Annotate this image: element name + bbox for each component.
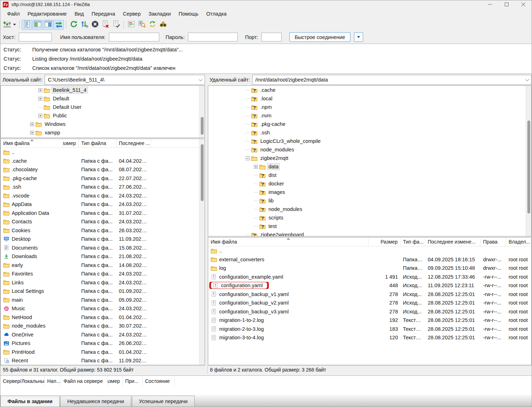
column-header[interactable]: Права: [481, 238, 506, 246]
tree-item[interactable]: Windows: [1, 120, 205, 128]
queue-column-header[interactable]: Нап...: [45, 376, 61, 386]
file-row[interactable]: Application DataПапка с фа...31.07.2025 …: [1, 209, 205, 218]
tree-item[interactable]: data: [208, 162, 531, 171]
column-header[interactable]: Имя файла: [1, 139, 63, 147]
sync-browsing-button[interactable]: [147, 20, 157, 30]
menu-item[interactable]: Передача: [88, 10, 119, 18]
column-header[interactable]: Последнее измене...: [425, 238, 481, 246]
file-row[interactable]: !configuration_backup_v1.yaml278Исход...…: [208, 290, 531, 299]
file-row[interactable]: DocumentsПапка с фа...15.08.2025 ...: [1, 244, 205, 252]
chevron-down-icon[interactable]: [526, 78, 529, 81]
file-row[interactable]: Local SettingsПапка с фа...01.09.2025 ..…: [1, 287, 205, 296]
toggle-message-log-button[interactable]: [22, 20, 32, 30]
menu-item[interactable]: Редактирование: [24, 10, 71, 18]
file-row[interactable]: .chocolateyПапка с фа...08.07.2025 ...: [1, 165, 205, 174]
expand-plus-icon[interactable]: [38, 88, 42, 92]
toggle-remote-tree-button[interactable]: [43, 20, 53, 30]
expand-plus-icon[interactable]: [38, 97, 42, 101]
tree-item[interactable]: Default User: [1, 103, 205, 111]
quickconnect-dropdown-button[interactable]: [354, 32, 363, 42]
disconnect-button[interactable]: [100, 20, 111, 30]
expand-plus-icon[interactable]: [254, 165, 258, 169]
tree-item[interactable]: ?.pkg-cache: [208, 120, 531, 128]
tree-item[interactable]: ?scripts: [208, 213, 531, 222]
file-row[interactable]: .vscodeПапка с фа...24.03.2025 ...: [1, 191, 205, 200]
find-files-button[interactable]: [158, 20, 168, 30]
queue-column-header[interactable]: Файл на сервере: [61, 376, 108, 386]
queue-tab[interactable]: Файлы в задании: [0, 396, 60, 407]
close-button[interactable]: [515, 0, 532, 9]
minimize-button[interactable]: [482, 0, 498, 9]
queue-column-header[interactable]: При...: [123, 376, 143, 386]
expand-plus-icon[interactable]: [38, 114, 42, 118]
file-row[interactable]: migration-3-to-4.log120Тексто...28.08.20…: [208, 333, 531, 342]
queue-tab[interactable]: Неудавшиеся передачи: [60, 396, 131, 407]
file-row[interactable]: DownloadsПапка с фа...21.08.2025 ...: [1, 252, 205, 261]
tree-item[interactable]: ?node_modules: [208, 145, 531, 154]
file-row[interactable]: !configuration_example.yaml1 491Исход...…: [208, 273, 531, 281]
refresh-button[interactable]: [68, 20, 79, 30]
queue-tab[interactable]: Успешные передачи: [132, 396, 195, 407]
file-row[interactable]: ..: [208, 246, 531, 255]
file-row[interactable]: DesktopПапка с фа...11.09.2025 ...: [1, 235, 205, 244]
file-row[interactable]: !configuration.yaml448Исход...11.09.2025…: [208, 281, 531, 290]
file-row[interactable]: ContactsПапка с фа...24.03.2025 ...: [1, 217, 205, 226]
tree-item[interactable]: ?test: [208, 222, 531, 230]
tree-item[interactable]: ?.ssh: [208, 128, 531, 137]
file-row[interactable]: logПапка ...09.09.2025 15:10:48drwxr-...…: [208, 264, 531, 273]
column-header[interactable]: Тип файла: [79, 139, 116, 147]
compare-button[interactable]: [137, 20, 147, 30]
tree-item[interactable]: ?node_modules: [208, 205, 531, 213]
dropdown-arrow-icon[interactable]: [13, 24, 16, 26]
file-row[interactable]: mainПапка с фа...05.09.2025 ...: [1, 296, 205, 305]
file-row[interactable]: .pkg-cacheПапка с фа...22.07.2025 ...: [1, 174, 205, 183]
menu-item[interactable]: Отладка: [203, 10, 231, 18]
remote-path-combobox[interactable]: /mnt/data/root/zigbee2mqtt/data: [252, 75, 532, 85]
menu-item[interactable]: Вид: [71, 10, 88, 18]
file-row[interactable]: !configuration_backup_v3.yaml278Исход...…: [208, 307, 531, 316]
maximize-button[interactable]: [498, 0, 515, 9]
file-row[interactable]: FavoritesПапка с фа...24.03.2025 ...: [1, 269, 205, 278]
menu-item[interactable]: Закладки: [145, 10, 175, 18]
tree-item[interactable]: Public: [1, 111, 205, 120]
menu-item[interactable]: Сервер: [119, 10, 144, 18]
expand-plus-icon[interactable]: [30, 122, 34, 126]
file-row[interactable]: LinksПапка с фа...24.03.2025 ...: [1, 278, 205, 287]
tree-item[interactable]: ?docker: [208, 179, 531, 188]
filter-button[interactable]: [126, 20, 136, 30]
file-row[interactable]: .cacheПапка с фа...04.04.2025 ...: [1, 157, 205, 166]
queue-column-header[interactable]: Сервер/Локальны...: [0, 376, 45, 386]
tree-item[interactable]: ?.nvm: [208, 111, 531, 120]
file-row[interactable]: .sshПапка с фа...27.06.2025 ...: [1, 183, 205, 191]
tree-item[interactable]: zigbee2mqtt: [208, 154, 531, 162]
file-row[interactable]: CookiesПапка с фа...26.03.2025 ...: [1, 226, 205, 235]
expand-plus-icon[interactable]: [30, 131, 34, 135]
column-header[interactable]: Размер: [63, 139, 79, 147]
host-input[interactable]: [19, 33, 52, 41]
tree-item[interactable]: ?.local: [208, 94, 531, 103]
file-row[interactable]: OneDriveПапка с фа...24.03.2025 ...: [1, 330, 205, 339]
column-header[interactable]: Имя файла: [208, 238, 368, 246]
column-header[interactable]: Тип фа...: [400, 238, 425, 246]
process-queue-button[interactable]: [79, 20, 89, 30]
toggle-local-tree-button[interactable]: [32, 20, 43, 30]
tree-item[interactable]: ?.npm: [208, 103, 531, 111]
file-row[interactable]: ..: [1, 148, 205, 157]
port-input[interactable]: [261, 33, 282, 41]
file-row[interactable]: !configuration_backup_v2.yaml278Исход...…: [208, 299, 531, 307]
file-row[interactable]: node_modulesПапка с фа...30.07.2025 ...: [1, 322, 205, 330]
tree-item[interactable]: ?LogicCLr3_whole_compile: [208, 137, 531, 145]
file-row[interactable]: migration-2-to-3.log183Тексто...28.08.20…: [208, 325, 531, 334]
tree-item[interactable]: ?.cache: [208, 86, 531, 94]
column-header[interactable]: Владел...: [506, 238, 532, 246]
toggle-queue-button[interactable]: [54, 20, 64, 30]
local-path-combobox[interactable]: C:\Users\Beelink_511_4\: [45, 75, 205, 85]
password-input[interactable]: [188, 33, 238, 41]
local-list-scrollbar[interactable]: [199, 139, 205, 365]
tree-item[interactable]: Default: [1, 94, 205, 103]
local-tree-scrollbar[interactable]: [199, 86, 205, 138]
tree-item[interactable]: ?zigbee2wirenboard: [208, 230, 531, 236]
username-input[interactable]: [109, 33, 159, 41]
tree-item[interactable]: xampp: [1, 128, 205, 137]
chevron-down-icon[interactable]: [199, 78, 203, 81]
